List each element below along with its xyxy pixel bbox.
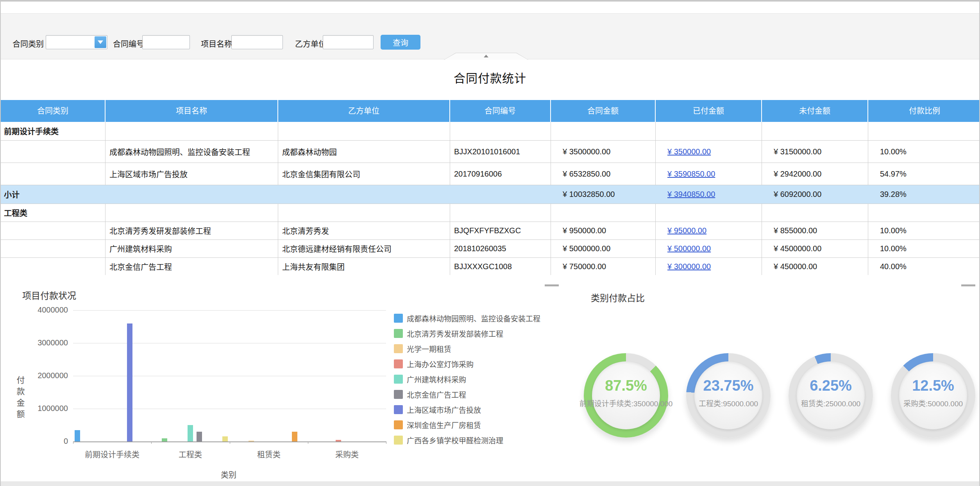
contract-type-select[interactable]	[46, 35, 107, 49]
column-header[interactable]: 已付金额	[656, 100, 762, 122]
table-row[interactable]: 北京金信广告工程上海共友有限集团BJJXXXGC1008¥ 750000.00¥…	[1, 258, 980, 276]
legend-label: 光学一期租赁	[407, 343, 451, 354]
donut-percent: 23.75%	[686, 377, 771, 394]
project-name-input[interactable]	[231, 35, 283, 49]
gridline	[73, 376, 386, 376]
legend-item[interactable]: 北京清芳秀发研发部装修工程	[394, 328, 540, 339]
bar[interactable]	[336, 440, 341, 441]
table-cell	[868, 204, 980, 222]
table-cell: ¥ 6532850.00	[551, 163, 656, 185]
table-cell	[106, 185, 278, 204]
column-header[interactable]: 乙方单位	[278, 100, 450, 122]
legend-swatch-icon	[394, 314, 403, 323]
table-cell	[1, 141, 106, 163]
paid-amount-link[interactable]: ¥ 3940850.00	[667, 190, 715, 199]
column-header[interactable]: 合同类别	[1, 100, 106, 122]
paid-amount-link[interactable]: ¥ 350000.00	[667, 147, 711, 156]
table-row[interactable]: 广州建筑材料采购北京德远建材经销有限责任公司201810260035¥ 5000…	[1, 240, 980, 258]
bar-legend: 成都森林动物园照明、监控设备安装工程北京清芳秀发研发部装修工程光学一期租赁上海办…	[394, 313, 540, 450]
table-cell	[278, 122, 450, 140]
legend-label: 广西各乡镇学校甲醛检测治理	[407, 435, 503, 445]
donut-gauge: 23.75%工程类:95000.000	[686, 353, 771, 438]
donut-gauge: 6.25%租赁类:25000.000	[789, 353, 873, 438]
table-cell	[551, 122, 656, 140]
x-tick-label: 工程类	[147, 448, 233, 460]
table-cell: 20170916006	[450, 163, 551, 185]
table-group-row[interactable]: 工程类	[1, 204, 980, 222]
legend-label: 成都森林动物园照明、监控设备安装工程	[407, 313, 540, 323]
table-cell	[106, 122, 278, 140]
legend-item[interactable]: 广州建筑材料采购	[394, 374, 540, 384]
table-cell: 北京清芳秀发研发部装修工程	[106, 222, 278, 239]
donut-percent: 6.25%	[789, 377, 873, 394]
table-row[interactable]: 北京清芳秀发研发部装修工程北京清芳秀发BJQFXFYFBZXGC¥ 950000…	[1, 222, 980, 240]
legend-swatch-icon	[394, 420, 403, 429]
donut-label: 前期设计手续类:350000.000	[579, 398, 673, 408]
bar-chart-title: 项目付款状况	[22, 288, 76, 302]
donut-label: 工程类:95000.000	[699, 398, 758, 408]
legend-item[interactable]: 成都森林动物园照明、监控设备安装工程	[394, 313, 540, 323]
legend-item[interactable]: 上海区域市场广告投放	[394, 404, 540, 415]
legend-label: 上海办公室灯饰采购	[407, 359, 474, 369]
legend-item[interactable]: 深圳金信生产厂房租赁	[394, 420, 540, 430]
bar[interactable]	[162, 438, 167, 441]
donut-percent: 87.5%	[584, 377, 668, 394]
donut-hole	[592, 361, 660, 429]
table-cell: ¥ 300000.00	[656, 258, 762, 275]
donut-chart-panel: 类别付款占比 87.5%前期设计手续类:350000.00023.75%工程类:…	[579, 275, 980, 483]
table-cell: 北京金信广告工程	[106, 258, 278, 275]
legend-swatch-icon	[394, 405, 403, 414]
table-cell	[106, 204, 278, 222]
donut-gauge: 12.5%采购类:50000.000	[891, 353, 975, 438]
contract-payment-dashboard: 合同类别 合同编号 项目名称 乙方单位 查询 合同付款统计 合同类别项目名称乙方…	[0, 0, 980, 486]
bar[interactable]	[75, 430, 80, 441]
search-button[interactable]: 查询	[381, 35, 420, 50]
bar[interactable]	[222, 436, 228, 441]
column-header[interactable]: 付款比例	[868, 100, 980, 122]
table-cell: BJJX20101016001	[450, 141, 551, 163]
party-b-input[interactable]	[323, 35, 374, 49]
table-cell	[551, 204, 656, 222]
table-cell	[450, 204, 551, 222]
collapse-filter-handle[interactable]	[444, 53, 528, 60]
x-axis-tick	[308, 441, 308, 444]
legend-label: 北京清芳秀发研发部装修工程	[407, 328, 503, 339]
horizontal-scrollbar[interactable]	[1, 481, 979, 486]
column-header[interactable]: 合同编号	[450, 100, 551, 122]
table-group-row[interactable]: 前期设计手续类	[1, 122, 980, 141]
paid-amount-link[interactable]: ¥ 3590850.00	[667, 170, 715, 179]
table-cell: ¥ 855000.00	[762, 222, 868, 239]
y-tick-label: 3000000	[17, 338, 68, 347]
bar[interactable]	[197, 432, 202, 441]
column-header[interactable]: 未付金额	[762, 100, 868, 122]
dropdown-button[interactable]	[95, 36, 106, 48]
paid-amount-link[interactable]: ¥ 300000.00	[667, 262, 711, 271]
paid-amount-link[interactable]: ¥ 500000.00	[667, 244, 711, 253]
x-axis-tick	[151, 441, 152, 444]
table-row[interactable]: 上海区域市场广告投放北京金信集团有限公司20170916006¥ 6532850…	[1, 163, 980, 185]
bar[interactable]	[249, 441, 254, 441]
table-cell	[1, 163, 106, 185]
bar[interactable]	[127, 323, 132, 441]
legend-item[interactable]: 北京金信广告工程	[394, 389, 540, 400]
column-header[interactable]: 合同金额	[551, 100, 656, 122]
bar[interactable]	[292, 432, 297, 441]
legend-item[interactable]: 上海办公室灯饰采购	[394, 359, 540, 369]
column-header[interactable]: 项目名称	[106, 100, 278, 122]
table-row[interactable]: 成都森林动物园照明、监控设备安装工程成都森林动物园BJJX20101016001…	[1, 141, 980, 163]
legend-item[interactable]: 广西各乡镇学校甲醛检测治理	[394, 435, 540, 445]
legend-item[interactable]: 光学一期租赁	[394, 343, 540, 354]
table-cell	[1, 222, 106, 239]
y-tick-label: 4000000	[17, 306, 68, 314]
table-subtotal-row[interactable]: 小计¥ 10032850.00¥ 3940850.00¥ 6092000.003…	[1, 185, 980, 204]
table-cell: ¥ 10032850.00	[551, 185, 656, 204]
table-cell: 成都森林动物园照明、监控设备安装工程	[106, 141, 278, 163]
table-cell: ¥ 350000.00	[656, 141, 762, 163]
donut-hole	[694, 361, 762, 429]
bar[interactable]	[188, 425, 193, 441]
table-cell: ¥ 950000.00	[551, 222, 656, 239]
gridline	[73, 409, 386, 409]
paid-amount-link[interactable]: ¥ 95000.00	[667, 226, 706, 235]
contract-number-input[interactable]	[142, 35, 190, 49]
table-cell: ¥ 750000.00	[551, 258, 656, 275]
